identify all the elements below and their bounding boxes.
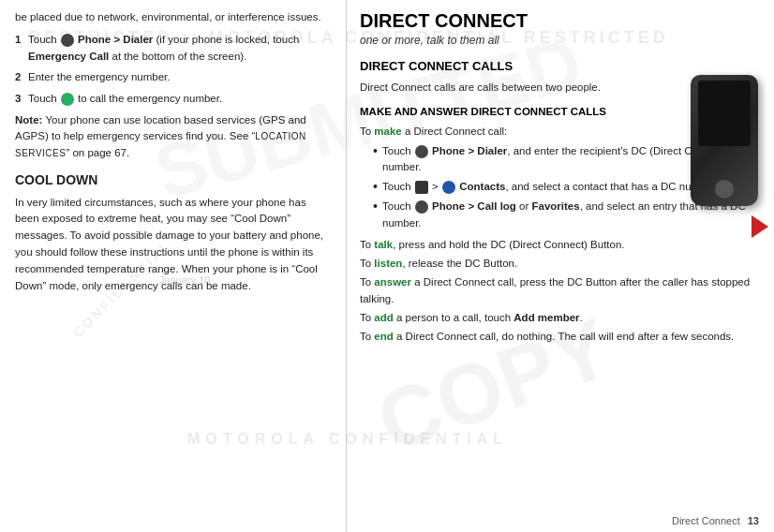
cool-down-title: COOL DOWN xyxy=(15,170,331,191)
end-word: end xyxy=(374,331,393,342)
talk-word: talk xyxy=(374,239,393,250)
calls-title: DIRECT CONNECT CALLS xyxy=(360,57,759,76)
listen-line: To listen, release the DC Button. xyxy=(360,256,759,272)
contacts-icon-b2 xyxy=(442,181,455,194)
step-1-num: 1 xyxy=(15,32,28,66)
step-3-text: Touch to call the emergency number. xyxy=(28,91,331,108)
add-word: add xyxy=(374,312,393,323)
answer-line: To answer a Direct Connect call, press t… xyxy=(360,274,759,307)
answer-word: answer xyxy=(374,276,411,288)
note-paragraph: Note: Your phone can use location based … xyxy=(15,112,331,161)
step-1-text: Touch Phone > Dialer (if your phone is l… xyxy=(28,32,331,66)
step-3-num: 3 xyxy=(15,91,28,108)
phone-image-area xyxy=(691,75,770,225)
bullet-dot-1: • xyxy=(373,143,382,159)
phone-icon-b1 xyxy=(415,145,428,158)
direct-connect-title: DIRECT CONNECT xyxy=(360,9,759,32)
step-2-num: 2 xyxy=(15,69,28,86)
step-3: 3 Touch to call the emergency number. xyxy=(15,91,331,108)
bullet-dot-3: • xyxy=(373,199,382,214)
page-layout: be placed due to network, environmental,… xyxy=(0,0,774,532)
cool-down-text: In very limited circumstances, such as w… xyxy=(15,195,331,295)
intro-text: be placed due to network, environmental,… xyxy=(15,9,331,26)
page-footer: Direct Connect 13 xyxy=(0,515,759,526)
footer-page-number: 13 xyxy=(748,515,759,526)
phone-icon-step1 xyxy=(61,34,74,47)
add-line: To add a person to a call, touch Add mem… xyxy=(360,310,759,326)
arrow-right-icon xyxy=(752,215,768,238)
talk-line: To talk, press and hold the DC (Direct C… xyxy=(360,237,759,253)
make-word: make xyxy=(374,126,401,137)
footer-section-label: Direct Connect xyxy=(672,515,740,526)
end-line: To end a Direct Connect call, do nothing… xyxy=(360,329,759,345)
listen-word: listen xyxy=(374,258,402,269)
phone-icon-b3 xyxy=(415,200,428,214)
step-2-text: Enter the emergency number. xyxy=(28,69,331,86)
step-1: 1 Touch Phone > Dialer (if your phone is… xyxy=(15,32,331,66)
phone-shape xyxy=(691,75,758,206)
menu-icon-b2 xyxy=(415,181,428,194)
bullet-dot-2: • xyxy=(373,179,382,195)
step-2: 2 Enter the emergency number. xyxy=(15,69,331,86)
right-column: DIRECT CONNECT one or more, talk to them… xyxy=(347,0,774,532)
left-column: be placed due to network, environmental,… xyxy=(0,0,347,532)
call-icon-step3 xyxy=(61,93,74,106)
direct-connect-subtitle: one or more, talk to them all xyxy=(360,32,759,50)
